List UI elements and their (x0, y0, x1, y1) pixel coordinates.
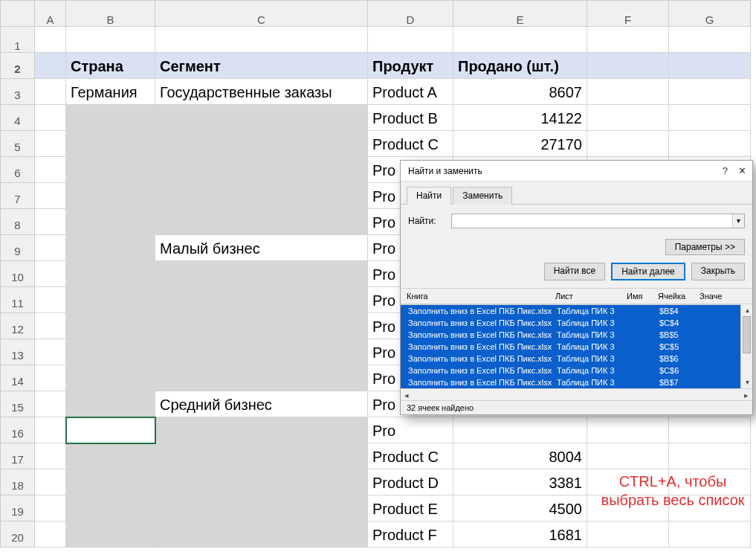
row-header-2[interactable]: 2 (1, 53, 35, 79)
help-icon[interactable]: ? (723, 165, 728, 176)
cell-A9[interactable] (35, 235, 66, 261)
cell-C2[interactable]: Сегмент (155, 53, 368, 79)
result-row[interactable]: Заполнить вниз в Excel ПКБ Пикс.xlsxТабл… (401, 341, 752, 353)
cell-B16[interactable] (66, 417, 155, 443)
cell-C13[interactable] (155, 339, 368, 365)
col-name[interactable]: Имя (627, 290, 658, 302)
cell-B6[interactable] (66, 157, 155, 183)
row-header-16[interactable]: 16 (1, 417, 35, 443)
cell-F5[interactable] (587, 131, 669, 157)
cell-C8[interactable] (155, 209, 368, 235)
find-input[interactable] (452, 214, 732, 228)
cell-F4[interactable] (587, 105, 669, 131)
find-all-button[interactable]: Найти все (544, 263, 606, 280)
cell-D17[interactable]: Product C (368, 443, 453, 469)
cell-C9[interactable]: Малый бизнес (155, 235, 368, 261)
cell-C16[interactable] (155, 417, 368, 443)
cell-C11[interactable] (155, 287, 368, 313)
cell-B17[interactable] (66, 443, 155, 469)
cell-E16[interactable] (453, 417, 587, 443)
col-header-f[interactable]: F (587, 1, 669, 27)
cell-E19[interactable]: 4500 (453, 495, 587, 522)
row-header-8[interactable]: 8 (1, 209, 35, 235)
cell-D1[interactable] (368, 27, 453, 53)
find-input-combo[interactable]: ▾ (451, 214, 745, 228)
cell-G16[interactable] (669, 417, 751, 443)
tab-replace[interactable]: Заменить (453, 187, 512, 205)
cell-B12[interactable] (66, 313, 155, 339)
col-value[interactable]: Значе (700, 290, 744, 302)
cell-C1[interactable] (155, 27, 368, 53)
result-row[interactable]: Заполнить вниз в Excel ПКБ Пикс.xlsxТабл… (401, 317, 752, 329)
cell-A12[interactable] (35, 313, 66, 339)
find-replace-dialog[interactable]: Найти и заменить ? ✕ Найти Заменить Найт… (400, 160, 753, 415)
cell-G5[interactable] (669, 131, 751, 157)
row-header-1[interactable]: 1 (1, 27, 35, 53)
cell-D18[interactable]: Product D (368, 469, 453, 495)
cell-B11[interactable] (66, 287, 155, 313)
row-header-9[interactable]: 9 (1, 235, 35, 261)
cell-C14[interactable] (155, 365, 368, 391)
cell-A18[interactable] (35, 469, 66, 495)
cell-A1[interactable] (35, 27, 66, 53)
result-row[interactable]: Заполнить вниз в Excel ПКБ Пикс.xlsxТабл… (401, 365, 752, 376)
cell-B13[interactable] (66, 339, 155, 365)
cell-G17[interactable] (669, 443, 751, 469)
row-header-3[interactable]: 3 (1, 79, 35, 105)
cell-F2[interactable] (587, 53, 669, 79)
cell-D19[interactable]: Product E (368, 495, 453, 522)
cell-B10[interactable] (66, 261, 155, 287)
cell-A17[interactable] (35, 443, 66, 469)
cell-G3[interactable] (669, 79, 751, 105)
cell-A15[interactable] (35, 391, 66, 417)
cell-C6[interactable] (155, 157, 368, 183)
cell-B5[interactable] (66, 131, 155, 157)
cell-A3[interactable] (35, 79, 66, 105)
row-header-17[interactable]: 17 (1, 443, 35, 469)
scroll-up-icon[interactable]: ▴ (741, 304, 753, 316)
cell-D20[interactable]: Product F (368, 522, 453, 548)
cell-C12[interactable] (155, 313, 368, 339)
cell-D16[interactable]: Pro (368, 417, 453, 443)
cell-E3[interactable]: 8607 (453, 79, 587, 105)
results-header[interactable]: Книга Лист Имя Ячейка Значе (401, 289, 752, 304)
close-icon[interactable]: ✕ (738, 165, 746, 176)
col-header-e[interactable]: E (453, 1, 587, 27)
cell-E4[interactable]: 14122 (453, 105, 587, 131)
cell-C10[interactable] (155, 261, 368, 287)
results-scrollbar-vertical[interactable]: ▴ ▾ (740, 304, 752, 388)
row-header-15[interactable]: 15 (1, 391, 35, 417)
col-cell[interactable]: Ячейка (658, 290, 700, 302)
cell-E17[interactable]: 8004 (453, 443, 587, 469)
cell-E5[interactable]: 27170 (453, 131, 587, 157)
cell-D3[interactable]: Product A (368, 79, 453, 105)
cell-A6[interactable] (35, 157, 66, 183)
col-sheet[interactable]: Лист (555, 290, 627, 302)
scroll-left-icon[interactable]: ◂ (401, 389, 413, 401)
close-button[interactable]: Закрыть (691, 263, 745, 280)
cell-C19[interactable] (155, 495, 368, 522)
cell-A16[interactable] (35, 417, 66, 443)
row-header-14[interactable]: 14 (1, 365, 35, 391)
cell-G1[interactable] (669, 27, 751, 53)
results-list[interactable]: Заполнить вниз в Excel ПКБ Пикс.xlsxТабл… (401, 304, 752, 388)
cell-B14[interactable] (66, 365, 155, 391)
cell-A20[interactable] (35, 522, 66, 548)
chevron-down-icon[interactable]: ▾ (732, 214, 744, 228)
cell-A19[interactable] (35, 495, 66, 522)
col-header-b[interactable]: B (66, 1, 155, 27)
cell-C3[interactable]: Государственные заказы (155, 79, 368, 105)
row-header-6[interactable]: 6 (1, 157, 35, 183)
cell-E20[interactable]: 1681 (453, 522, 587, 548)
result-row[interactable]: Заполнить вниз в Excel ПКБ Пикс.xlsxТабл… (401, 376, 752, 388)
cell-E2[interactable]: Продано (шт.) (453, 53, 587, 79)
cell-C20[interactable] (155, 522, 368, 548)
row-header-19[interactable]: 19 (1, 495, 35, 522)
cell-B18[interactable] (66, 469, 155, 495)
cell-B8[interactable] (66, 209, 155, 235)
row-header-4[interactable]: 4 (1, 105, 35, 131)
cell-B19[interactable] (66, 495, 155, 522)
cell-E18[interactable]: 3381 (453, 469, 587, 495)
result-row[interactable]: Заполнить вниз в Excel ПКБ Пикс.xlsxТабл… (401, 305, 752, 317)
cell-A2[interactable] (35, 53, 66, 79)
